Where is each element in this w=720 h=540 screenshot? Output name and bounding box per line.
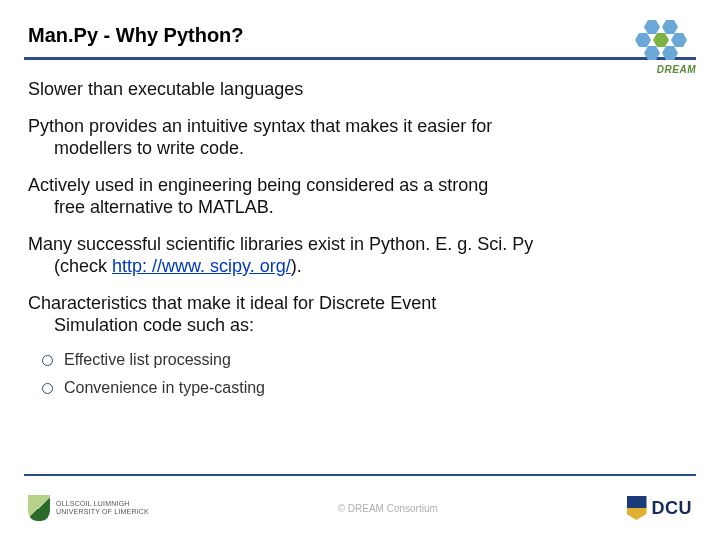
slide-body: Slower than executable languages Python … <box>0 60 720 397</box>
para-text: Many successful scientific libraries exi… <box>28 234 533 254</box>
para-text: Simulation code such as: <box>28 314 692 337</box>
body-para-4: Many successful scientific libraries exi… <box>28 233 692 278</box>
shield-icon <box>28 495 50 521</box>
dream-logo-label: DREAM <box>626 64 696 75</box>
para-text: ). <box>291 256 302 276</box>
para-text: Characteristics that make it ideal for D… <box>28 293 436 313</box>
para-text: (check <box>54 256 112 276</box>
list-item: Convenience in type-casting <box>42 379 692 397</box>
copyright-text: © DREAM Consortium <box>338 503 438 514</box>
dream-logo: DREAM <box>626 20 696 75</box>
slide-title: Man.Py - Why Python? <box>28 24 692 47</box>
body-para-1: Slower than executable languages <box>28 78 692 101</box>
dcu-logo: DCU <box>627 496 693 520</box>
body-para-5: Characteristics that make it ideal for D… <box>28 292 692 337</box>
body-para-2: Python provides an intuitive syntax that… <box>28 115 692 160</box>
para-text: Actively used in engineering being consi… <box>28 175 488 195</box>
ul-line1: Ollscoil Luimnigh <box>56 500 149 508</box>
ul-logo: Ollscoil Luimnigh University of Limerick <box>28 495 149 521</box>
slide-header: Man.Py - Why Python? DREAM <box>0 0 720 51</box>
body-para-3: Actively used in engineering being consi… <box>28 174 692 219</box>
para-text: Python provides an intuitive syntax that… <box>28 116 492 136</box>
list-item: Effective list processing <box>42 351 692 369</box>
ul-line2: University of Limerick <box>56 508 149 516</box>
bullet-list: Effective list processing Convenience in… <box>28 351 692 397</box>
shield-icon <box>627 496 647 520</box>
scipy-link[interactable]: http: //www. scipy. org/ <box>112 256 291 276</box>
para-text: (check http: //www. scipy. org/). <box>28 255 692 278</box>
dcu-logo-text: DCU <box>652 498 693 519</box>
hex-cluster-icon <box>634 20 688 62</box>
ul-logo-text: Ollscoil Luimnigh University of Limerick <box>56 500 149 515</box>
para-text: free alternative to MATLAB. <box>28 196 692 219</box>
slide-footer: Ollscoil Luimnigh University of Limerick… <box>0 474 720 540</box>
para-text: modellers to write code. <box>28 137 692 160</box>
